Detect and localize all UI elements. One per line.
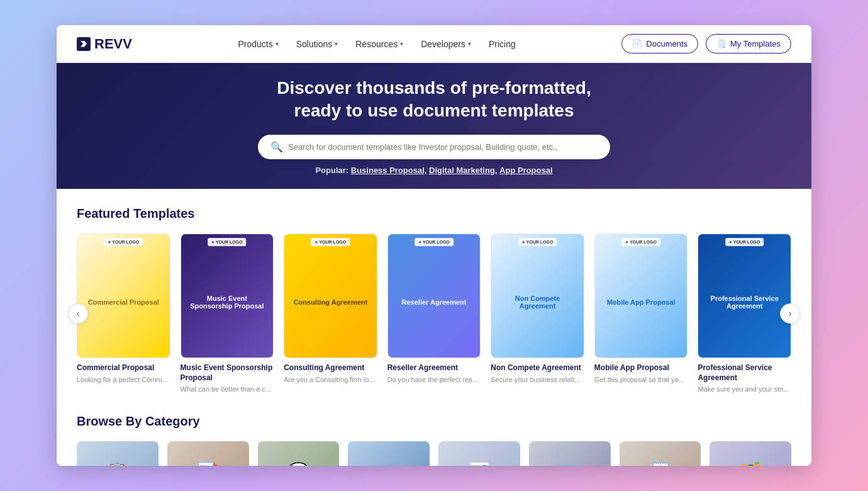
category-card-contracts[interactable]: 📝Contracts — [167, 441, 249, 466]
carousel-prev-button[interactable]: ‹ — [68, 303, 88, 324]
logo-icon — [77, 37, 91, 51]
template-name: Commercial Proposal — [77, 363, 170, 373]
nav-resources[interactable]: Resources ▾ — [355, 39, 403, 49]
template-desc: Do you have the perfect res... — [387, 375, 481, 384]
documents-button[interactable]: 📄 Documents — [621, 34, 698, 54]
template-card[interactable]: YOUR LOGOConsulting AgreementConsulting … — [284, 234, 377, 394]
hero-popular: Popular: Business Proposal, Digital Mark… — [258, 166, 610, 175]
chevron-down-icon: ▾ — [468, 40, 471, 47]
chevron-down-icon: ▾ — [335, 40, 338, 47]
template-name: Reseller Agreement — [387, 363, 481, 373]
chevron-down-icon: ▾ — [400, 40, 403, 47]
category-thumbnail: 📊 — [438, 441, 520, 466]
hero-search-bar[interactable]: 🔍 — [258, 135, 610, 159]
category-card-proposals[interactable]: 📋Proposals — [77, 441, 159, 466]
nav-products[interactable]: Products ▾ — [238, 39, 278, 49]
nav-right-buttons: 📄 Documents 🗒️ My Templates — [621, 34, 791, 54]
navbar: REVV Products ▾ Solutions ▾ Resources ▾ … — [57, 25, 811, 63]
carousel-wrapper: ‹ YOUR LOGOCommercial ProposalCommercial… — [77, 234, 791, 394]
category-thumbnail: 📋 — [77, 441, 159, 466]
carousel-next-button[interactable]: › — [780, 303, 800, 324]
popular-link-3[interactable]: App Proposal — [499, 166, 553, 175]
category-card-agreements[interactable]: 🤝Agreements — [348, 441, 430, 466]
category-card-bill-of-sale[interactable]: 🧾Bill of Sale — [620, 441, 701, 466]
hero-title: Discover thousands of pre-formatted, rea… — [258, 77, 610, 123]
search-input[interactable] — [288, 142, 598, 152]
template-desc: What can be better than a c... — [181, 385, 274, 393]
search-icon: 🔍 — [270, 141, 283, 153]
my-templates-button[interactable]: 🗒️ My Templates — [706, 34, 791, 54]
template-name: Consulting Agreement — [284, 363, 377, 373]
template-card[interactable]: YOUR LOGOProfessional Service AgreementP… — [698, 234, 791, 394]
template-name: Professional Service Agreement — [698, 363, 791, 383]
browser-window: REVV Products ▾ Solutions ▾ Resources ▾ … — [57, 25, 811, 466]
templates-grid: YOUR LOGOCommercial ProposalCommercial P… — [77, 234, 791, 394]
browse-section: Browse By Category 📋Proposals📝Contracts💬… — [57, 409, 811, 466]
browse-title: Browse By Category — [77, 414, 791, 429]
scroll-content: REVV Products ▾ Solutions ▾ Resources ▾ … — [57, 25, 811, 466]
popular-link-1[interactable]: Business Proposal, — [351, 166, 427, 175]
featured-section: Featured Templates ‹ YOUR LOGOCommercial… — [57, 189, 811, 409]
category-grid: 📋Proposals📝Contracts💬Quotes🤝Agreements📊B… — [77, 441, 791, 466]
hero-section: Discover thousands of pre-formatted, rea… — [57, 63, 811, 189]
category-thumbnail: 💬 — [258, 441, 340, 466]
featured-title: Featured Templates — [77, 206, 791, 221]
category-thumbnail: 📝 — [167, 441, 249, 466]
template-card[interactable]: YOUR LOGOMusic Event Sponsorship Proposa… — [181, 234, 274, 394]
category-thumbnail: 🧾 — [620, 441, 701, 466]
category-card-business-plans[interactable]: 📊Business Plans — [438, 441, 520, 466]
template-desc: Get this proposal so that yo... — [594, 375, 688, 384]
category-card-letters[interactable]: ✉️Letters — [529, 441, 611, 466]
template-card[interactable]: YOUR LOGOReseller AgreementReseller Agre… — [387, 234, 481, 394]
documents-icon: 📄 — [632, 39, 642, 48]
template-card[interactable]: YOUR LOGOMobile App ProposalMobile App P… — [594, 234, 688, 394]
template-name: Mobile App Proposal — [594, 363, 688, 373]
chevron-down-icon: ▾ — [275, 40, 279, 47]
hero-content: Discover thousands of pre-formatted, rea… — [258, 77, 610, 176]
logo-text: REVV — [94, 36, 132, 52]
nav-pricing[interactable]: Pricing — [489, 39, 516, 49]
template-desc: Are you a Consulting firm lo... — [284, 375, 377, 384]
category-thumbnail: ✉️ — [529, 441, 611, 466]
template-name: Music Event Sponsorship Proposal — [181, 363, 274, 383]
template-card[interactable]: YOUR LOGONon Compete AgreementNon Compet… — [491, 234, 584, 394]
nav-links: Products ▾ Solutions ▾ Resources ▾ Devel… — [238, 39, 515, 49]
nav-developers[interactable]: Developers ▾ — [421, 39, 471, 49]
template-desc: Make sure you and your ser... — [698, 385, 791, 393]
template-name: Non Compete Agreement — [491, 363, 584, 373]
popular-link-2[interactable]: Digital Marketing, — [429, 166, 497, 175]
category-thumbnail: 🗂️ — [709, 441, 791, 466]
nav-solutions[interactable]: Solutions ▾ — [296, 39, 338, 49]
category-card-others[interactable]: 🗂️Others — [709, 441, 791, 466]
category-card-quotes[interactable]: 💬Quotes — [258, 441, 340, 466]
template-card[interactable]: YOUR LOGOCommercial ProposalCommercial P… — [77, 234, 170, 394]
logo[interactable]: REVV — [77, 36, 132, 52]
template-desc: Secure your business relati... — [491, 375, 584, 384]
template-desc: Looking for a perfect Comm... — [77, 375, 170, 384]
templates-icon: 🗒️ — [716, 39, 726, 48]
category-thumbnail: 🤝 — [348, 441, 430, 466]
